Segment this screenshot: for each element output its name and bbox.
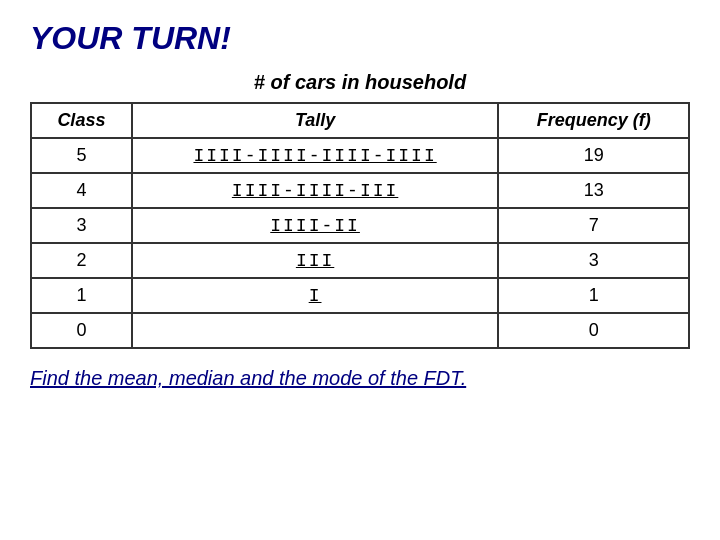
- cell-tally: III: [132, 243, 499, 278]
- col-class: Class: [31, 103, 132, 138]
- page-title: YOUR TURN!: [30, 20, 690, 57]
- cell-tally: IIII-II: [132, 208, 499, 243]
- table-row: 4IIII-IIII-III13: [31, 173, 689, 208]
- frequency-table: Class Tally Frequency (f) 5IIII-IIII-III…: [30, 102, 690, 349]
- cell-tally: [132, 313, 499, 348]
- cell-tally: IIII-IIII-III: [132, 173, 499, 208]
- cell-frequency: 19: [498, 138, 689, 173]
- footer-text: Find the mean, median and the mode of th…: [30, 367, 690, 390]
- table-title: # of cars in household: [30, 71, 690, 94]
- cell-frequency: 7: [498, 208, 689, 243]
- table-row: 00: [31, 313, 689, 348]
- col-tally: Tally: [132, 103, 499, 138]
- cell-frequency: 1: [498, 278, 689, 313]
- col-frequency: Frequency (f): [498, 103, 689, 138]
- table-row: 2III3: [31, 243, 689, 278]
- cell-frequency: 0: [498, 313, 689, 348]
- cell-class: 0: [31, 313, 132, 348]
- cell-class: 2: [31, 243, 132, 278]
- table-row: 5IIII-IIII-IIII-IIII19: [31, 138, 689, 173]
- table-header-row: Class Tally Frequency (f): [31, 103, 689, 138]
- cell-class: 5: [31, 138, 132, 173]
- table-row: 1I1: [31, 278, 689, 313]
- cell-tally: IIII-IIII-IIII-IIII: [132, 138, 499, 173]
- cell-class: 3: [31, 208, 132, 243]
- cell-class: 4: [31, 173, 132, 208]
- cell-tally: I: [132, 278, 499, 313]
- cell-frequency: 3: [498, 243, 689, 278]
- table-row: 3IIII-II7: [31, 208, 689, 243]
- cell-class: 1: [31, 278, 132, 313]
- cell-frequency: 13: [498, 173, 689, 208]
